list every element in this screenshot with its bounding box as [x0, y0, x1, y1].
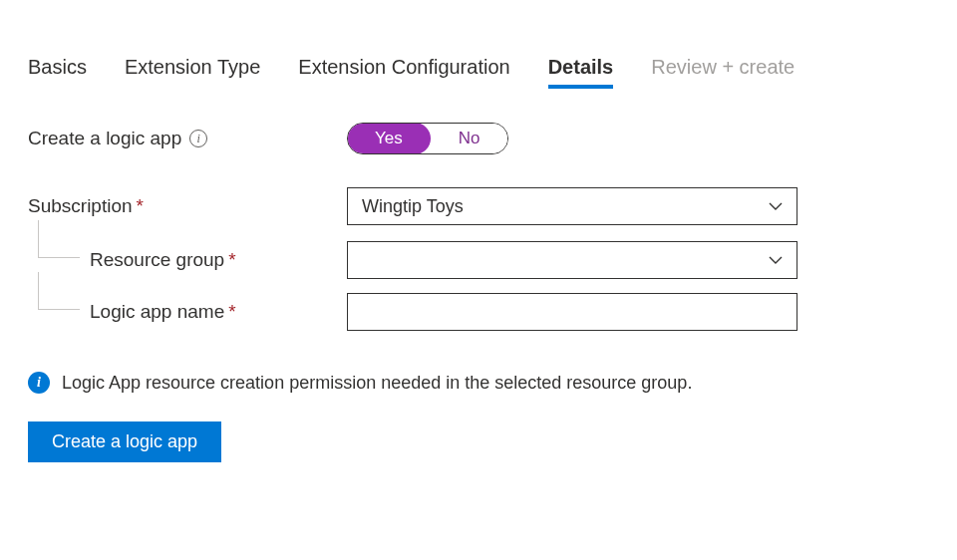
label-create-logic-app: Create a logic app i: [28, 128, 347, 149]
tab-extension-configuration[interactable]: Extension Configuration: [298, 55, 509, 89]
row-resource-group: Resource group*: [28, 240, 929, 280]
toggle-yes[interactable]: Yes: [347, 123, 431, 154]
required-asterisk: *: [228, 249, 235, 270]
tree-connector: [38, 292, 90, 332]
create-logic-app-button[interactable]: Create a logic app: [28, 421, 221, 462]
row-subscription: Subscription* Wingtip Toys: [28, 186, 929, 226]
chevron-down-icon: [769, 198, 783, 214]
label-logic-app-name: Logic app name*: [90, 301, 347, 323]
label-subscription: Subscription*: [28, 195, 347, 217]
label-text: Logic app name*: [90, 301, 236, 323]
label-text: Resource group*: [90, 249, 236, 271]
tree-connector: [38, 240, 90, 280]
info-icon: i: [28, 372, 50, 394]
info-message-bar: i Logic App resource creation permission…: [28, 372, 929, 394]
info-message-text: Logic App resource creation permission n…: [62, 373, 692, 394]
tab-bar: Basics Extension Type Extension Configur…: [28, 55, 929, 89]
dropdown-resource-group[interactable]: [347, 241, 798, 279]
toggle-create-logic-app[interactable]: Yes No: [347, 123, 508, 154]
label-text: Subscription*: [28, 195, 144, 217]
row-logic-app-name: Logic app name*: [28, 292, 929, 332]
tab-extension-type[interactable]: Extension Type: [125, 55, 260, 89]
input-logic-app-name[interactable]: [347, 293, 798, 331]
tab-basics[interactable]: Basics: [28, 55, 87, 89]
required-asterisk: *: [137, 195, 144, 216]
tab-review-create[interactable]: Review + create: [651, 55, 795, 89]
row-create-logic-app: Create a logic app i Yes No: [28, 119, 929, 158]
tab-details[interactable]: Details: [548, 55, 614, 89]
label-resource-group: Resource group*: [90, 249, 347, 271]
toggle-no[interactable]: No: [431, 124, 508, 153]
required-asterisk: *: [228, 301, 235, 322]
chevron-down-icon: [769, 252, 783, 268]
info-icon[interactable]: i: [189, 130, 207, 147]
dropdown-subscription[interactable]: Wingtip Toys: [347, 187, 798, 225]
label-text: Create a logic app: [28, 128, 181, 149]
dropdown-value: Wingtip Toys: [362, 196, 464, 217]
